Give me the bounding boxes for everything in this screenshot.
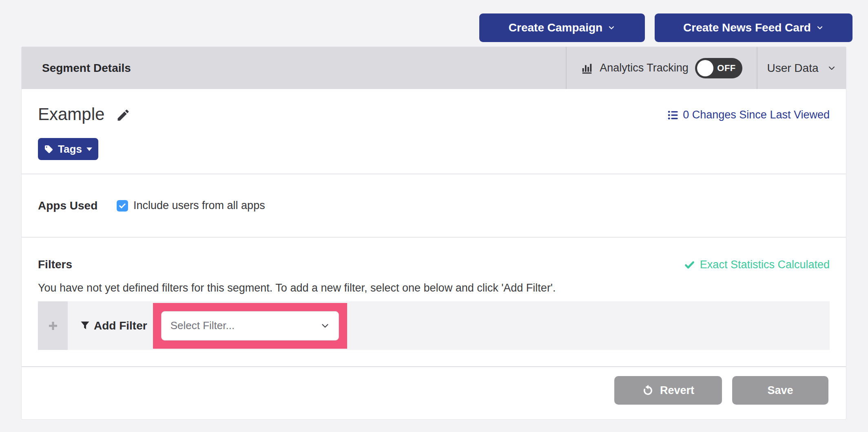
caret-down-icon [86, 147, 92, 151]
panel-title: Segment Details [22, 47, 566, 89]
create-news-feed-label: Create News Feed Card [683, 21, 811, 34]
user-data-label: User Data [767, 62, 818, 75]
apps-used-section: Apps Used Include users from all apps [22, 174, 846, 237]
create-campaign-button[interactable]: Create Campaign [479, 13, 645, 42]
segment-details-page: { "top_actions": { "create_campaign_labe… [0, 0, 868, 432]
add-filter-plus-cell[interactable] [38, 301, 68, 350]
analytics-tracking-toggle[interactable]: OFF [695, 58, 742, 78]
plus-icon [47, 320, 59, 332]
changes-link-label: 0 Changes Since Last Viewed [683, 109, 830, 121]
chevron-down-icon [816, 24, 824, 32]
add-filter-row: Add Filter Select Filter... [38, 301, 830, 350]
filters-heading-row: Filters Exact Statistics Calculated [38, 258, 830, 271]
create-news-feed-card-button[interactable]: Create News Feed Card [655, 13, 852, 42]
chevron-down-icon [320, 321, 330, 331]
create-campaign-label: Create Campaign [509, 21, 602, 34]
save-button[interactable]: Save [732, 376, 828, 405]
select-filter-placeholder: Select Filter... [170, 319, 320, 332]
tag-icon [44, 145, 53, 154]
toggle-state-label: OFF [717, 63, 736, 73]
footer-section: Revert Save [22, 367, 846, 419]
changes-since-last-viewed-link[interactable]: 0 Changes Since Last Viewed [667, 109, 830, 121]
select-filter-dropdown[interactable]: Select Filter... [161, 311, 339, 341]
exact-statistics-label: Exact Statistics Calculated [700, 258, 830, 271]
check-icon [118, 202, 126, 210]
revert-button[interactable]: Revert [614, 376, 722, 405]
segment-title-section: Example 0 Changes Since Last Viewed [22, 89, 846, 174]
analytics-tracking-control[interactable]: Analytics Tracking OFF [566, 47, 757, 89]
analytics-tracking-label: Analytics Tracking [600, 62, 689, 74]
chevron-down-icon [607, 24, 616, 32]
bar-chart-icon [581, 62, 593, 74]
user-data-dropdown[interactable]: User Data [757, 47, 846, 89]
add-filter-label: Add Filter [94, 319, 147, 332]
save-button-label: Save [767, 384, 793, 397]
toggle-knob [697, 60, 713, 76]
footer-buttons: Revert Save [614, 376, 828, 405]
panel-header: Segment Details Analytics Tracking OFF U… [22, 47, 846, 89]
apps-used-label: Apps Used [38, 199, 117, 212]
pencil-edit-icon[interactable] [116, 108, 131, 122]
check-icon [684, 259, 695, 270]
include-all-apps-label: Include users from all apps [133, 199, 265, 212]
revert-button-label: Revert [660, 384, 694, 397]
revert-undo-icon [642, 384, 654, 396]
segment-details-panel: Segment Details Analytics Tracking OFF U… [21, 47, 846, 420]
tags-button[interactable]: Tags [38, 138, 98, 160]
include-all-apps-checkbox[interactable] [117, 200, 128, 212]
filters-section: Filters Exact Statistics Calculated You … [22, 238, 846, 366]
exact-statistics-status: Exact Statistics Calculated [684, 258, 830, 271]
tags-button-label: Tags [58, 143, 82, 156]
chevron-down-icon [827, 63, 837, 73]
select-filter-highlight: Select Filter... [153, 303, 347, 349]
segment-name: Example [38, 105, 104, 124]
filter-funnel-icon [80, 321, 90, 330]
add-filter-button[interactable]: Add Filter [80, 319, 147, 332]
panel-content: Example 0 Changes Since Last Viewed [22, 89, 846, 419]
segment-name-row: Example [38, 105, 131, 124]
filters-heading: Filters [38, 258, 72, 271]
list-icon [667, 109, 679, 121]
filters-empty-message: You have not yet defined filters for thi… [38, 282, 556, 294]
